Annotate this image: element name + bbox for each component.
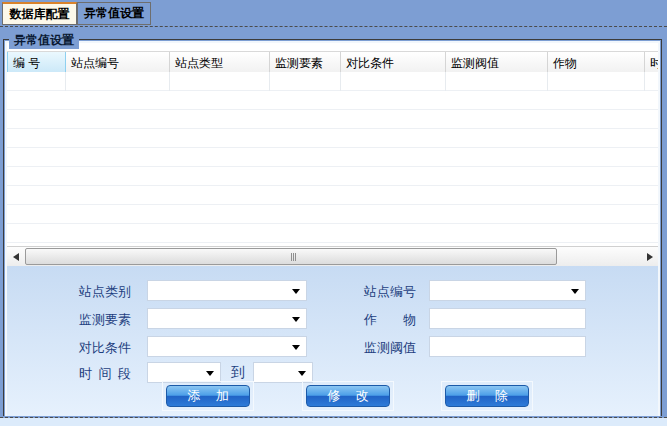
table-cell [446, 72, 548, 91]
table-cell [548, 72, 645, 91]
station-id-label: 站点编号 [364, 283, 416, 301]
delete-button-frame: 删 除 [441, 381, 533, 411]
bottom-panel [0, 418, 667, 426]
app-window: 数据库配置 异常值设置 异常值设置 编 号站点编号站点类型监测要素对比条件监测阀… [0, 0, 667, 426]
compare-condition-combobox[interactable] [147, 336, 307, 357]
chevron-down-icon [298, 371, 306, 376]
time-end-combobox[interactable] [253, 362, 313, 383]
column-header[interactable]: 对比条件 [341, 52, 446, 73]
to-label: 到 [231, 364, 245, 382]
compare-condition-label: 对比条件 [79, 339, 131, 357]
station-id-combobox[interactable] [429, 280, 586, 301]
table-cell [170, 72, 270, 91]
column-header[interactable]: 监测阀值 [446, 52, 548, 73]
time-start-combobox[interactable] [147, 362, 221, 383]
form-area: 站点类别 站点编号 监测要素 作物 对比条件 [7, 266, 658, 416]
scroll-right-button[interactable] [641, 248, 658, 266]
column-header[interactable]: 监测要素 [270, 52, 341, 73]
table-cell [66, 72, 170, 91]
chevron-down-icon [571, 289, 579, 294]
add-button-frame: 添 加 [162, 381, 254, 411]
scrollbar-thumb[interactable] [25, 248, 557, 265]
tab-database-config[interactable]: 数据库配置 [2, 2, 77, 25]
grid-header: 编 号站点编号站点类型监测要素对比条件监测阀值作物时间段 [7, 51, 658, 74]
station-category-label: 站点类别 [79, 283, 131, 301]
threshold-label: 监测阈值 [364, 339, 416, 357]
monitor-element-label: 监测要素 [79, 311, 131, 329]
table-row[interactable] [7, 72, 658, 91]
chevron-down-icon [292, 317, 300, 322]
table-cell [645, 72, 658, 91]
table-cell [270, 72, 341, 91]
station-category-combobox[interactable] [147, 280, 307, 301]
scroll-left-arrow-icon [13, 253, 19, 261]
column-header[interactable]: 作物 [548, 52, 645, 73]
time-range-label: 时间段 [79, 365, 131, 383]
groupbox-title: 异常值设置 [9, 32, 79, 49]
modify-button[interactable]: 修 改 [306, 385, 390, 407]
column-header[interactable]: 编 号 [7, 52, 66, 73]
table-cell [341, 72, 446, 91]
delete-button[interactable]: 删 除 [445, 385, 529, 407]
chevron-down-icon [292, 345, 300, 350]
table-cell [7, 72, 66, 91]
abnormal-values-groupbox: 编 号站点编号站点类型监测要素对比条件监测阀值作物时间段 站点类别 [3, 39, 662, 416]
threshold-input[interactable] [429, 336, 586, 357]
chevron-down-icon [292, 289, 300, 294]
crop-input[interactable] [429, 308, 586, 329]
column-header[interactable]: 站点类型 [170, 52, 270, 73]
horizontal-scrollbar[interactable] [7, 246, 658, 267]
tab-abnormal-settings[interactable]: 异常值设置 [77, 2, 151, 25]
scroll-right-arrow-icon [647, 253, 653, 261]
monitor-element-combobox[interactable] [147, 308, 307, 329]
groupbox-content: 编 号站点编号站点类型监测要素对比条件监测阀值作物时间段 站点类别 [5, 41, 660, 416]
grid-body[interactable] [7, 72, 658, 246]
add-button[interactable]: 添 加 [166, 385, 250, 407]
tab-strip-separator [0, 26, 667, 27]
scroll-left-button[interactable] [7, 248, 24, 266]
modify-button-frame: 修 改 [302, 381, 394, 411]
scrollbar-grip-icon [291, 253, 292, 261]
crop-label: 作物 [364, 311, 416, 329]
column-header[interactable]: 时间段 [645, 52, 658, 73]
column-header[interactable]: 站点编号 [66, 52, 170, 73]
chevron-down-icon [206, 371, 214, 376]
